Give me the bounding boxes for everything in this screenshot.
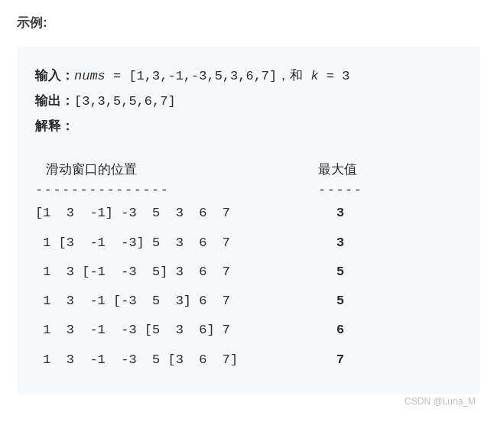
- window-cell: 1 3 -1 -3 [5 3 6] 7: [35, 316, 318, 345]
- var-nums: nums: [74, 69, 106, 83]
- window-cell: 1 [3 -1 -3] 5 3 6 7: [35, 229, 318, 258]
- input-label: 输入：: [35, 69, 74, 83]
- table-row: 1 [3 -1 -3] 5 3 6 73: [35, 229, 462, 258]
- table-divider: --------------------: [35, 181, 462, 200]
- table-row: 1 3 -1 -3 5 [3 6 7]7: [35, 346, 462, 375]
- input-line: 输入：nums = [1,3,-1,-3,5,3,6,7]，和 k = 3: [35, 63, 462, 89]
- example-heading: 示例:: [17, 14, 480, 31]
- code-block: 输入：nums = [1,3,-1,-3,5,3,6,7]，和 k = 3输出：…: [17, 47, 480, 394]
- table-row: [1 3 -1] -3 5 3 6 73: [35, 199, 462, 228]
- max-cell: 7: [318, 346, 410, 375]
- max-cell: 5: [318, 258, 410, 287]
- table-row: 1 3 [-1 -3 5] 3 6 75: [35, 258, 462, 287]
- window-cell: 1 3 [-1 -3 5] 3 6 7: [35, 258, 318, 287]
- input-array: [1,3,-1,-3,5,3,6,7]: [128, 69, 277, 83]
- separator: ，和: [277, 69, 310, 83]
- max-cell: 3: [318, 199, 410, 228]
- var-k: k: [310, 69, 318, 83]
- max-value: 3: [318, 206, 344, 220]
- max-cell: 3: [318, 229, 410, 258]
- explain-label: 解释：: [35, 119, 74, 134]
- divider-left: ---------------: [35, 181, 318, 200]
- window-cell: [1 3 -1] -3 5 3 6 7: [35, 199, 318, 228]
- table-row: 1 3 -1 [-3 5 3] 6 75: [35, 287, 462, 316]
- output-line: 输出：[3,3,5,5,6,7]: [35, 89, 462, 114]
- max-cell: 6: [318, 316, 410, 345]
- max-value: 5: [318, 294, 344, 308]
- k-value: 3: [342, 69, 349, 83]
- watermark: CSDN @Luna_M: [17, 394, 480, 407]
- explain-line: 解释：: [35, 114, 462, 139]
- equals: =: [319, 69, 343, 83]
- max-cell: 5: [318, 287, 410, 316]
- window-cell: 1 3 -1 [-3 5 3] 6 7: [35, 287, 318, 316]
- output-label: 输出：: [35, 94, 74, 109]
- equals: =: [106, 69, 129, 83]
- output-array: [3,3,5,5,6,7]: [74, 94, 176, 109]
- divider-right: -----: [318, 181, 410, 200]
- window-cell: 1 3 -1 -3 5 [3 6 7]: [35, 346, 318, 375]
- max-value: 7: [318, 352, 344, 367]
- explanation-table: 滑动窗口的位置最大值--------------------[1 3 -1] -…: [35, 156, 462, 375]
- max-value: 6: [318, 323, 344, 337]
- example-page: 示例: 输入：nums = [1,3,-1,-3,5,3,6,7]，和 k = …: [0, 0, 497, 414]
- max-value: 5: [318, 265, 344, 279]
- table-rows: [1 3 -1] -3 5 3 6 73 1 [3 -1 -3] 5 3 6 7…: [35, 199, 462, 375]
- max-value: 3: [318, 235, 344, 250]
- table-row: 1 3 -1 -3 [5 3 6] 76: [35, 316, 462, 345]
